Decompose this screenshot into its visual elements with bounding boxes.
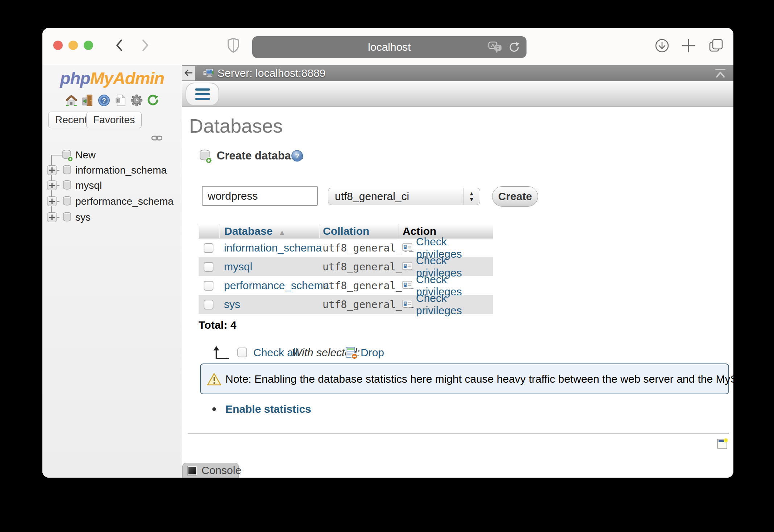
tree-item-sys[interactable]: sys	[42, 210, 182, 225]
tree-item-performance-schema[interactable]: performance_schema	[42, 194, 182, 209]
tree-item-new[interactable]: New	[42, 147, 182, 163]
databases-table: Database▲ Collation Action information_s…	[199, 224, 493, 314]
svg-text:?: ?	[102, 97, 106, 104]
link-icon[interactable]	[151, 135, 162, 142]
translate-icon[interactable]: A	[488, 41, 503, 54]
header-database[interactable]: Database	[224, 225, 272, 237]
logout-icon[interactable]	[81, 94, 95, 107]
drop-icon	[345, 346, 358, 361]
select-rows-arrow-icon	[213, 347, 229, 359]
console-bar[interactable]: Console	[182, 463, 239, 478]
new-tab-button[interactable]	[680, 37, 697, 54]
docs-icon[interactable]	[113, 94, 127, 107]
database-link[interactable]: sys	[224, 298, 240, 310]
expand-icon[interactable]	[47, 212, 57, 222]
check-privileges-link[interactable]: Check privileges	[416, 292, 493, 317]
main-panel: Server: localhost:8889 Databases Create …	[182, 65, 733, 478]
server-label: Server: localhost:8889	[217, 65, 326, 81]
check-all-checkbox[interactable]	[237, 348, 247, 357]
table-row: sys utf8_general_ci Check privileges	[199, 295, 493, 314]
reload-icon[interactable]	[507, 41, 521, 54]
server-bar: Server: localhost:8889	[182, 65, 733, 81]
privileges-icon	[402, 262, 412, 271]
create-database-heading: Create database	[217, 148, 304, 164]
menu-strip	[182, 81, 733, 107]
privileges-icon	[402, 300, 412, 309]
tree-item-information-schema[interactable]: information_schema	[42, 163, 182, 178]
shield-icon	[226, 37, 241, 51]
downloads-button[interactable]	[654, 37, 670, 54]
refresh-icon[interactable]	[146, 94, 160, 107]
expand-icon[interactable]	[47, 196, 57, 206]
tree-item-mysql[interactable]: mysql	[42, 178, 182, 193]
forward-button[interactable]	[138, 38, 152, 53]
note-box: Note: Enabling the database statistics h…	[200, 363, 729, 394]
address-url: localhost	[252, 36, 527, 58]
zoom-button[interactable]	[84, 41, 93, 50]
sidebar-toggle-button[interactable]	[182, 66, 195, 80]
bullet-icon	[212, 407, 216, 411]
database-icon	[62, 195, 72, 209]
svg-text:A: A	[491, 43, 495, 48]
minimize-button[interactable]	[68, 41, 78, 50]
help-icon[interactable]: ?	[291, 150, 303, 163]
database-link[interactable]: information_schema	[224, 242, 322, 254]
console-icon	[188, 466, 197, 475]
server-icon	[202, 67, 215, 81]
footer-divider	[188, 433, 729, 434]
collation-value: utf8_general_ci	[335, 188, 409, 205]
privileges-icon	[402, 281, 412, 290]
hamburger-icon	[186, 88, 219, 100]
row-checkbox[interactable]	[204, 300, 213, 309]
sidebar-toolbar: ?	[42, 94, 182, 107]
collation-select[interactable]: utf8_general_ci ▲ ▼	[328, 188, 480, 205]
database-icon	[62, 164, 72, 178]
home-icon[interactable]	[64, 94, 78, 107]
create-button[interactable]: Create	[492, 186, 538, 207]
header-collation[interactable]: Collation	[323, 225, 369, 237]
svg-text:?: ?	[295, 152, 299, 160]
database-name-input[interactable]	[202, 186, 318, 206]
database-link[interactable]: performance_schema	[224, 279, 329, 291]
warning-icon	[207, 373, 221, 386]
close-button[interactable]	[53, 41, 63, 50]
database-new-icon	[62, 149, 73, 163]
phpmyadmin-logo: phpMyAdmin	[42, 68, 182, 88]
database-icon	[62, 179, 72, 193]
open-new-window-icon[interactable]	[717, 437, 728, 449]
sort-asc-icon: ▲	[278, 228, 286, 236]
check-all-link[interactable]: Check all	[253, 344, 298, 361]
note-text: Note: Enabling the database statistics h…	[225, 364, 725, 394]
drop-link[interactable]: Drop	[361, 344, 384, 361]
bulk-actions: Check all With selected: Drop	[182, 344, 733, 361]
privileges-icon	[402, 243, 412, 253]
address-bar[interactable]: localhost A	[252, 36, 527, 58]
row-checkbox[interactable]	[204, 262, 213, 272]
database-icon	[62, 211, 72, 225]
browser-toolbar: localhost A	[42, 28, 733, 65]
page-title: Databases	[189, 115, 283, 137]
expand-icon[interactable]	[47, 165, 57, 175]
sidebar: phpMyAdmin ?	[42, 65, 182, 478]
browser-window: localhost A	[42, 28, 733, 478]
favorites-button[interactable]: Favorites	[86, 112, 142, 128]
row-checkbox[interactable]	[204, 243, 213, 253]
expand-icon[interactable]	[47, 180, 57, 190]
menu-button[interactable]	[186, 83, 219, 106]
collapse-top-icon[interactable]	[713, 67, 728, 80]
enable-statistics-link[interactable]: Enable statistics	[225, 401, 311, 417]
back-button[interactable]	[112, 38, 127, 53]
show-tabs-button[interactable]	[708, 37, 724, 54]
total-count: Total: 4	[199, 319, 236, 331]
screen: localhost A	[0, 0, 774, 532]
help-icon[interactable]: ?	[97, 94, 111, 107]
row-checkbox[interactable]	[204, 281, 213, 291]
settings-icon[interactable]	[130, 94, 143, 107]
create-database-icon	[199, 149, 212, 165]
database-link[interactable]: mysql	[224, 261, 252, 273]
select-stepper-icon: ▲ ▼	[463, 188, 480, 205]
